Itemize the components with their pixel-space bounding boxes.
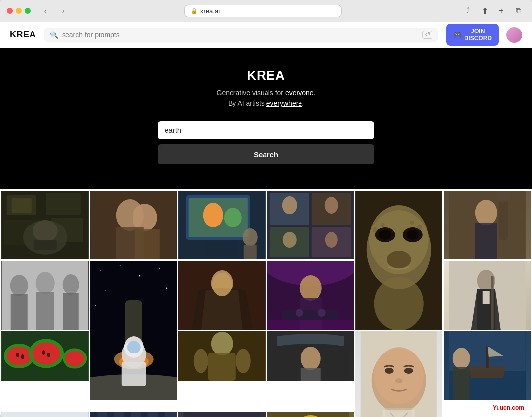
- svg-point-59: [63, 274, 79, 295]
- svg-rect-56: [11, 294, 28, 330]
- gallery-item-6[interactable]: [444, 191, 531, 259]
- svg-rect-147: [132, 412, 139, 417]
- svg-point-23: [243, 228, 258, 246]
- gallery-section: [0, 189, 532, 417]
- gallery-item-18[interactable]: [90, 412, 177, 417]
- svg-point-66: [104, 290, 105, 291]
- svg-rect-149: [149, 412, 156, 417]
- gallery-item-4[interactable]: [267, 191, 354, 259]
- svg-point-46: [374, 277, 424, 330]
- svg-point-89: [317, 309, 325, 317]
- close-button[interactable]: [7, 8, 13, 14]
- hero-search-wrapper: Search: [158, 121, 374, 164]
- gallery-item-15[interactable]: [355, 331, 442, 417]
- svg-point-42: [373, 227, 378, 232]
- svg-rect-142: [90, 412, 97, 417]
- bookmark-button[interactable]: ⤴: [461, 4, 475, 18]
- svg-rect-96: [491, 276, 493, 330]
- extensions-button[interactable]: ⧉: [511, 4, 525, 18]
- brand-logo: KREA: [10, 30, 36, 40]
- svg-rect-87: [282, 310, 338, 320]
- gallery-item-8[interactable]: [90, 261, 177, 410]
- share-button[interactable]: ⬆: [478, 4, 492, 18]
- new-tab-button[interactable]: +: [495, 4, 508, 18]
- address-bar[interactable]: 🔒 krea.ai: [184, 5, 342, 17]
- svg-rect-95: [482, 291, 489, 304]
- svg-rect-146: [124, 412, 131, 417]
- lock-icon: 🔒: [191, 8, 198, 14]
- minimize-button[interactable]: [16, 8, 22, 14]
- forward-button[interactable]: ›: [56, 4, 70, 18]
- gallery-item-5[interactable]: [355, 191, 442, 330]
- gallery-item-11[interactable]: [444, 261, 531, 330]
- svg-point-106: [42, 350, 45, 355]
- svg-point-40: [407, 230, 419, 240]
- join-discord-label: JOINDISCORD: [465, 28, 492, 42]
- svg-point-63: [119, 265, 120, 266]
- svg-rect-51: [498, 200, 508, 240]
- svg-point-77: [127, 341, 140, 353]
- svg-point-68: [95, 305, 96, 306]
- browser-window: ‹ › 🔒 krea.ai ⤴ ⬆ + ⧉ KREA 🔍 ⏎ 🎮 JOINDIS…: [0, 0, 532, 417]
- search-icon: 🔍: [50, 31, 58, 39]
- titlebar: ‹ › 🔒 krea.ai ⤴ ⬆ + ⧉: [0, 0, 532, 22]
- hero-search-button[interactable]: Search: [158, 144, 374, 164]
- toolbar-icons: ⤴ ⬆ + ⧉: [461, 4, 525, 18]
- gallery-item-20[interactable]: [267, 412, 354, 417]
- gallery-item-9[interactable]: [178, 261, 266, 330]
- gallery-item-1[interactable]: [1, 191, 89, 259]
- watermark: Yuucn.com: [493, 404, 524, 411]
- hero-subtitle-line2: By AI artists everywhere.: [228, 99, 304, 107]
- svg-rect-76: [121, 362, 146, 386]
- traffic-lights: [7, 8, 31, 14]
- gallery-item-2[interactable]: [90, 191, 177, 259]
- svg-rect-50: [475, 223, 497, 259]
- user-avatar[interactable]: [506, 27, 522, 43]
- svg-point-41: [387, 251, 411, 268]
- gallery-item-3[interactable]: [178, 191, 266, 259]
- svg-point-81: [212, 273, 232, 296]
- svg-point-64: [139, 275, 140, 276]
- svg-rect-2: [12, 198, 32, 213]
- gallery-item-16[interactable]: [444, 331, 531, 410]
- svg-rect-24: [244, 245, 257, 259]
- join-discord-button[interactable]: 🎮 JOINDISCORD: [446, 24, 499, 46]
- svg-rect-153: [184, 412, 260, 417]
- svg-point-124: [385, 368, 394, 374]
- svg-point-43: [381, 223, 385, 227]
- url-text: krea.ai: [200, 7, 220, 15]
- svg-point-44: [417, 225, 422, 230]
- search-input[interactable]: [62, 31, 418, 39]
- svg-point-105: [21, 354, 24, 359]
- svg-point-30: [282, 196, 297, 214]
- svg-point-31: [324, 197, 338, 214]
- svg-point-85: [299, 275, 321, 301]
- hero-search-input[interactable]: [158, 121, 374, 139]
- navbar-search-bar[interactable]: 🔍 ⏎: [44, 28, 438, 42]
- gallery-item-19[interactable]: [178, 412, 266, 417]
- svg-point-55: [10, 275, 28, 296]
- svg-rect-8: [34, 240, 57, 250]
- gallery-item-7[interactable]: [1, 261, 89, 330]
- svg-point-65: [159, 268, 160, 269]
- gallery-item-12[interactable]: [1, 331, 89, 410]
- gallery-item-17[interactable]: [1, 412, 89, 417]
- back-button[interactable]: ‹: [38, 4, 52, 18]
- gallery-item-13[interactable]: [178, 331, 266, 410]
- svg-rect-3: [46, 193, 81, 215]
- svg-point-57: [36, 272, 55, 294]
- fullscreen-button[interactable]: [25, 8, 31, 14]
- svg-rect-22: [206, 242, 238, 255]
- enter-icon: ⏎: [422, 31, 432, 39]
- svg-rect-148: [140, 412, 147, 417]
- svg-point-88: [295, 309, 303, 317]
- svg-rect-150: [157, 412, 164, 417]
- hero-subtitle-line1: Generative visuals for everyone.: [217, 89, 316, 96]
- gallery-item-10[interactable]: [267, 261, 354, 330]
- gallery-item-14[interactable]: [267, 331, 354, 410]
- svg-point-20: [203, 203, 223, 227]
- hero-subtitle: Generative visuals for everyone. By AI a…: [217, 87, 316, 109]
- svg-rect-119: [300, 368, 320, 381]
- hero-title: KREA: [247, 68, 285, 83]
- svg-rect-136: [2, 412, 88, 417]
